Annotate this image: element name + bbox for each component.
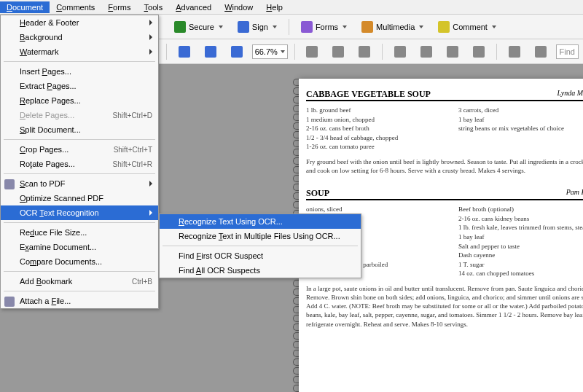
comment-button[interactable]: Comment xyxy=(433,18,501,36)
form-icon xyxy=(301,21,313,33)
chevron-down-icon xyxy=(343,26,347,28)
forms-button[interactable]: Forms xyxy=(296,18,352,36)
menu-item-background[interactable]: Background xyxy=(1,30,158,44)
menu-shortcut: Ctrl+B xyxy=(132,278,152,286)
menu-item-label: Attach a File... xyxy=(20,297,71,305)
menu-item-label: Add Bookmark xyxy=(20,277,72,286)
menu-item-label: Recognize Text Using OCR... xyxy=(179,217,283,226)
find-input[interactable]: Find xyxy=(556,44,579,59)
menu-item-label: Crop Pages... xyxy=(20,145,69,154)
menu-item-label: Watermark xyxy=(20,47,58,56)
menu-separator xyxy=(4,173,155,174)
menu-item-icon xyxy=(4,297,15,307)
menu-item-replace-pages[interactable]: Replace Pages... xyxy=(1,93,158,108)
read-mode[interactable] xyxy=(530,43,552,60)
zoom-out[interactable] xyxy=(200,43,222,60)
instructions: Fry ground beef with the onion until bee… xyxy=(306,157,583,175)
submenu-arrow-icon xyxy=(149,49,152,55)
recipe-author: Lynda McCra xyxy=(557,89,583,100)
submenu-arrow-icon xyxy=(149,20,152,26)
menu-item-rotate-pages[interactable]: Rotate Pages...Shift+Ctrl+R xyxy=(1,157,158,171)
ingredients: 1 lb. ground beef1 medium onion, chopped… xyxy=(306,106,583,152)
menubar-item-comments[interactable]: Comments xyxy=(50,1,101,13)
menu-item-attach-a-file[interactable]: Attach a File... xyxy=(1,294,158,308)
shield-icon xyxy=(174,21,186,33)
menu-item-label: Delete Pages... xyxy=(20,111,74,119)
menu-item-find-first-ocr-suspect[interactable]: Find First OCR Suspect xyxy=(160,248,361,263)
menu-item-split-document[interactable]: Split Document... xyxy=(1,122,158,137)
menu-item-label: Find First OCR Suspect xyxy=(179,251,263,260)
menu-item-reduce-file-size[interactable]: Reduce File Size... xyxy=(1,225,158,240)
two-up[interactable] xyxy=(442,43,463,60)
menu-item-label: Optimize Scanned PDF xyxy=(20,194,103,203)
fit-width[interactable] xyxy=(327,43,349,60)
menu-item-label: Compare Documents... xyxy=(20,257,102,266)
menu-item-label: Rotate Pages... xyxy=(20,160,75,168)
secure-button[interactable]: Secure xyxy=(169,18,228,36)
zoom-in[interactable] xyxy=(226,43,248,60)
menu-item-extract-pages[interactable]: Extract Pages... xyxy=(1,79,158,93)
menu-item-compare-documents[interactable]: Compare Documents... xyxy=(1,254,158,269)
chevron-down-icon xyxy=(281,50,285,53)
full-screen[interactable] xyxy=(504,43,525,60)
menu-shortcut: Shift+Ctrl+R xyxy=(113,160,152,168)
ocr-submenu: Recognize Text Using OCR...Recognize Tex… xyxy=(159,213,361,278)
pen-icon xyxy=(238,21,249,33)
menubar: DocumentCommentsFormsToolsAdvancedWindow… xyxy=(0,0,583,15)
zoom-out-icon xyxy=(205,46,216,58)
menu-item-add-bookmark[interactable]: Add BookmarkCtrl+B xyxy=(1,274,158,289)
menu-item-ocr-text-recognition[interactable]: OCR Text Recognition xyxy=(1,205,158,220)
menu-item-label: Reduce File Size... xyxy=(20,228,87,237)
comment-icon xyxy=(438,21,450,33)
menubar-item-help[interactable]: Help xyxy=(259,1,289,13)
menu-shortcut: Shift+Ctrl+T xyxy=(114,146,152,154)
menu-item-icon xyxy=(4,179,15,189)
multimedia-button[interactable]: Multimedia xyxy=(356,18,429,36)
submenu-arrow-icon xyxy=(149,34,152,40)
zoom-level[interactable]: 66.7% xyxy=(252,44,288,59)
fit-page[interactable] xyxy=(353,43,375,60)
menu-item-label: Header & Footer xyxy=(20,18,79,27)
menu-item-find-all-ocr-suspects[interactable]: Find All OCR Suspects xyxy=(160,263,361,278)
fit-width-icon xyxy=(332,46,344,58)
menu-item-watermark[interactable]: Watermark xyxy=(1,44,158,59)
menu-item-label: Recognize Text in Multiple Files Using O… xyxy=(179,232,340,240)
menu-item-scan-to-pdf[interactable]: Scan to PDF xyxy=(1,176,158,191)
menu-item-crop-pages[interactable]: Crop Pages...Shift+Ctrl+T xyxy=(1,142,158,157)
zoom-in-icon xyxy=(231,46,243,58)
single-page[interactable] xyxy=(389,43,411,60)
menu-item-label: Replace Pages... xyxy=(20,96,81,105)
continuous[interactable] xyxy=(415,43,437,60)
fit-page-icon xyxy=(359,46,370,58)
menu-item-label: Background xyxy=(20,33,63,42)
zoom-actual[interactable] xyxy=(301,43,323,60)
menu-item-label: Extract Pages... xyxy=(20,82,77,90)
two-up-continuous[interactable] xyxy=(468,43,490,60)
two-up-icon xyxy=(447,46,458,58)
sign-button[interactable]: Sign xyxy=(232,18,282,36)
menu-item-label: Insert Pages... xyxy=(20,67,71,76)
menu-item-header-footer[interactable]: Header & Footer xyxy=(1,15,158,30)
menu-item-optimize-scanned-pdf[interactable]: Optimize Scanned PDF xyxy=(1,191,158,205)
menu-item-examine-document[interactable]: Examine Document... xyxy=(1,240,158,254)
menubar-item-document[interactable]: Document xyxy=(0,1,50,13)
menu-item-recognize-text-in-multiple-files-using-ocr[interactable]: Recognize Text in Multiple Files Using O… xyxy=(160,229,361,243)
menubar-item-advanced[interactable]: Advanced xyxy=(169,1,218,13)
menubar-item-forms[interactable]: Forms xyxy=(101,1,137,13)
menu-item-delete-pages: Delete Pages...Shift+Ctrl+D xyxy=(1,108,158,122)
menu-item-label: Split Document... xyxy=(20,125,81,134)
menubar-item-window[interactable]: Window xyxy=(218,1,259,13)
two-up-cont-icon xyxy=(473,46,485,58)
menubar-item-tools[interactable]: Tools xyxy=(138,1,170,13)
recipe-author: Pam Perez xyxy=(566,188,583,199)
menu-item-label: Find All OCR Suspects xyxy=(179,266,260,275)
menu-shortcut: Shift+Ctrl+D xyxy=(113,111,152,119)
zoom-marquee[interactable] xyxy=(173,43,195,60)
menu-item-insert-pages[interactable]: Insert Pages... xyxy=(1,64,158,79)
document-menu-dropdown: Header & FooterBackgroundWatermarkInsert… xyxy=(0,15,159,309)
menu-separator xyxy=(4,139,155,140)
book-icon xyxy=(535,46,547,58)
menu-item-recognize-text-using-ocr[interactable]: Recognize Text Using OCR... xyxy=(160,214,361,229)
recipe: CABBAGE VEGETABLE SOUPLynda McCra1 lb. g… xyxy=(299,79,583,178)
submenu-arrow-icon xyxy=(149,181,152,187)
